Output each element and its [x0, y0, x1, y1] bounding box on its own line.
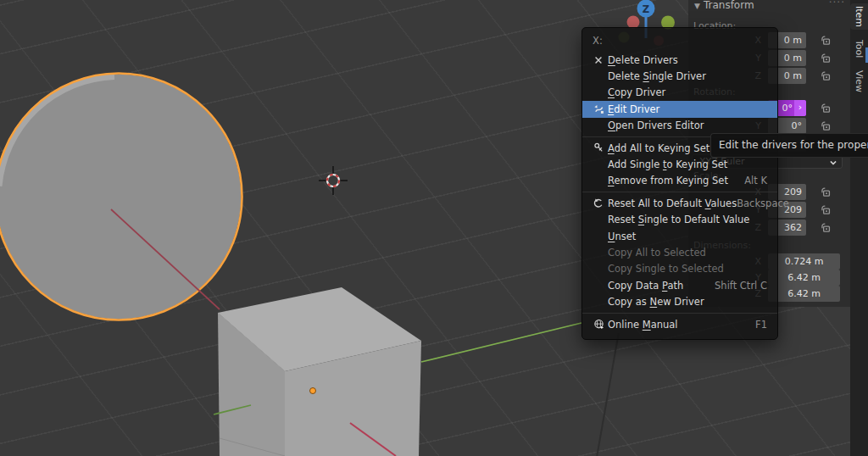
menu-item-label: Copy Driver: [608, 86, 665, 98]
field-dimensions-x[interactable]: 0.724 m: [768, 253, 840, 270]
menu-separator: [582, 192, 777, 192]
driver-icon: [589, 103, 608, 114]
menu-item-copy-as-new-driver[interactable]: Copy as New Driver: [582, 293, 777, 309]
menu-item-online-manual[interactable]: Online ManualF1: [582, 316, 777, 332]
menu-item-delete-single-driver[interactable]: Delete Single Driver: [582, 68, 777, 84]
object-origin-dot: [310, 388, 316, 394]
tooltip-text: Edit the drivers for the property con: [719, 139, 868, 151]
menu-item-copy-data-path[interactable]: Copy Data PathShift Ctrl C: [582, 277, 777, 293]
lock-open-icon[interactable]: [819, 102, 832, 115]
tab-item[interactable]: Item: [850, 3, 868, 30]
field-dimensions-y[interactable]: 6.42 m: [768, 270, 840, 286]
sidebar-tab-strip: ItemToolView: [850, 0, 868, 456]
menu-item-remove-from-keying-set[interactable]: Remove from Keying SetAlt K: [582, 173, 777, 189]
menu-item-label: Copy Single to Selected: [608, 263, 724, 275]
menu-item-label: Delete Single Driver: [608, 70, 706, 82]
x-icon: [589, 55, 608, 65]
y-axis-line-right: [421, 323, 581, 362]
context-menu-header: X:: [582, 32, 777, 52]
panel-grip-icon[interactable]: ····: [829, 0, 845, 8]
gizmo-z-label: Z: [643, 3, 649, 15]
menu-item-copy-single-to-selected: Copy Single to Selected: [582, 261, 777, 277]
menu-item-label: Unset: [608, 231, 636, 242]
cube-object[interactable]: [218, 287, 421, 456]
field-dimensions-z[interactable]: 6.42 m: [768, 286, 840, 302]
lock-open-icon[interactable]: [819, 52, 832, 65]
sphere-object[interactable]: [0, 74, 242, 320]
tooltip: Edit the drivers for the property con: [710, 133, 868, 158]
context-menu: X: Delete DriversDelete Single DriverCop…: [581, 27, 778, 340]
menu-item-label: Copy as New Driver: [608, 296, 704, 308]
menu-item-shortcut: Backspace: [737, 197, 789, 209]
panel-title: Transform: [704, 0, 754, 11]
menu-item-label: Reset Single to Default Value: [608, 214, 749, 225]
menu-item-edit-driver[interactable]: Edit Driver: [582, 101, 777, 117]
lock-open-icon[interactable]: [819, 34, 832, 47]
menu-item-shortcut: Alt K: [744, 175, 767, 186]
menu-item-label: Delete Drivers: [608, 54, 678, 66]
menu-item-reset-all-to-default-values[interactable]: Reset All to Default ValuesBackspace: [582, 195, 777, 211]
menu-item-label: Add All to Keying Set: [608, 142, 709, 154]
menu-item-label: Copy All to Selected: [608, 247, 706, 259]
3d-cursor: [319, 166, 348, 195]
menu-item-shortcut: Shift Ctrl C: [715, 280, 767, 292]
menu-item-add-single-to-keying-set[interactable]: Add Single to Keying Set: [582, 156, 777, 172]
menu-item-label: Edit Driver: [608, 103, 659, 115]
transform-panel-header[interactable]: ▼Transform: [688, 0, 850, 13]
menu-item-label: Open Drivers Editor: [608, 120, 704, 131]
menu-item-label: Reset All to Default Values: [608, 197, 737, 209]
chevron-down-icon: [829, 159, 837, 166]
blender-3d-viewport-screen: Z ▼Transform ···· Location:X0 mY0 mZ0 mR…: [0, 0, 868, 456]
menu-item-delete-drivers[interactable]: Delete Drivers: [582, 52, 777, 68]
menu-item-open-drivers-editor[interactable]: Open Drivers Editor: [582, 118, 777, 134]
driver-expand-icon[interactable]: ›: [794, 100, 806, 116]
lock-open-icon[interactable]: [819, 186, 832, 199]
menu-item-unset[interactable]: Unset: [582, 228, 777, 244]
key-icon: [589, 142, 608, 153]
lock-open-icon[interactable]: [819, 221, 832, 235]
menu-item-label: Add Single to Keying Set: [608, 158, 727, 170]
menu-item-label: Online Manual: [608, 319, 678, 331]
collapse-triangle-icon: ▼: [694, 0, 700, 14]
lock-open-icon[interactable]: [819, 203, 832, 217]
menu-item-label: Remove from Keying Set: [608, 175, 728, 186]
menu-item-shortcut: F1: [755, 319, 767, 331]
lock-open-icon[interactable]: [819, 70, 832, 83]
menu-item-copy-driver[interactable]: Copy Driver: [582, 85, 777, 101]
globe-icon: [589, 319, 608, 330]
lock-open-icon[interactable]: [819, 120, 832, 133]
menu-separator: [582, 313, 777, 314]
tab-view[interactable]: View: [850, 67, 868, 96]
undo-icon: [589, 197, 608, 209]
menu-item-label: Copy Data Path: [608, 280, 683, 292]
menu-item-reset-single-to-default-value[interactable]: Reset Single to Default Value: [582, 212, 777, 228]
menu-item-copy-all-to-selected: Copy All to Selected: [582, 244, 777, 260]
